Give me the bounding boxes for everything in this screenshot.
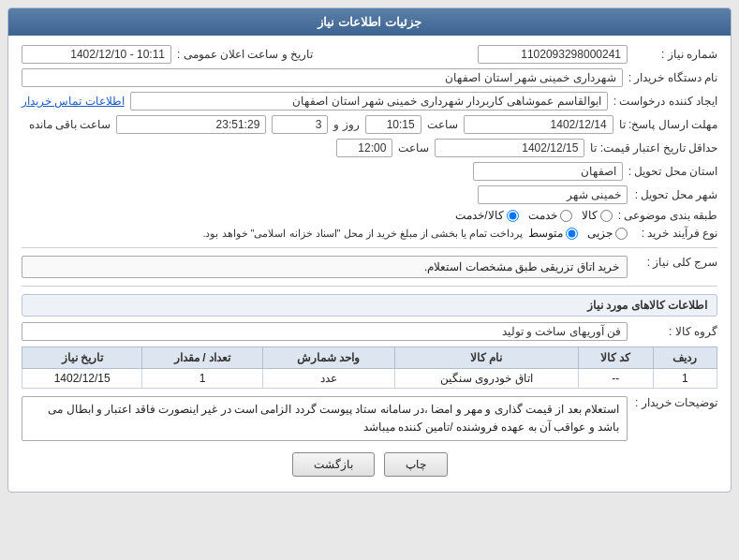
mohlat-saat-label: ساعت (427, 118, 458, 131)
ostan-label: استان محل تحویل : (628, 165, 717, 178)
hadaghal-date-value: 1402/12/15 (522, 141, 578, 155)
shahr-value: خمینی شهر (567, 188, 621, 201)
mohlat-saat-value: 10:15 (387, 118, 415, 131)
ijad-value: ابوالقاسم عموشاهی کاربردار شهرداری خمینی… (292, 95, 600, 108)
tozi-label: توضیحات خریدار : (633, 396, 717, 409)
cell-tarikh: 1402/12/15 (22, 369, 142, 389)
cell-radif: 1 (653, 369, 717, 389)
shahr-label: شهر محل تحویل : (633, 188, 717, 201)
nam-dastgah-value: شهرداری خمینی شهر استان اصفهان (445, 71, 615, 84)
noe-faraind-radio-group: جزیی متوسط (528, 227, 628, 240)
hadaghal-saat-field: 12:00 (336, 139, 392, 157)
kala-table: ردیف کد کالا نام کالا واحد شمارش تعداد /… (22, 346, 717, 389)
mohlat-date-field: 1402/12/14 (464, 115, 613, 134)
ostan-field: اصفهان (473, 162, 623, 181)
back-button[interactable]: بازگشت (292, 452, 375, 477)
ijad-label: ایجاد کننده درخواست : (613, 95, 717, 108)
radio-kala[interactable]: کالا (582, 209, 613, 222)
print-button[interactable]: چاپ (384, 452, 448, 477)
col-tarikh: تاریخ نیاز (22, 347, 142, 369)
hadaghal-label: حداقل تاریخ اعتبار قیمت: تا (590, 141, 717, 155)
col-tedad: تعداد / مقدار (142, 347, 262, 369)
col-vahed: واحد شمارش (262, 347, 394, 369)
col-nam: نام کالا (394, 347, 578, 369)
mohlat-roz-field: 3 (272, 115, 328, 134)
button-row: چاپ بازگشت (22, 452, 717, 477)
radio-jozi[interactable]: جزیی (587, 227, 628, 240)
ijad-field: ابوالقاسم عموشاهی کاربردار شهرداری خمینی… (130, 92, 608, 111)
etelaat-link[interactable]: اطلاعات تماس خریدار (22, 95, 125, 108)
mohlat-roz-label: روز و (333, 118, 359, 131)
tozi-value: استعلام بعد از قیمت گذاری و مهر و امضا ،… (48, 403, 619, 434)
tarikh-label: تاریخ و ساعت اعلان عمومی : (177, 48, 313, 61)
mohlat-mande-value: 23:51:29 (216, 118, 260, 131)
ostan-value: اصفهان (581, 165, 616, 178)
noe-faraind-label: نوع فرآیند خرید : (633, 227, 717, 240)
nam-dastgah-field: شهرداری خمینی شهر استان اصفهان (22, 68, 623, 87)
shomare-niaz-label: شماره نیاز : (633, 48, 717, 61)
cell-nam: اتاق خودروی سنگین (394, 369, 578, 389)
radio-motevaset[interactable]: متوسط (528, 227, 578, 240)
nam-dastgah-label: نام دستگاه خریدار : (628, 71, 717, 84)
mohlat-label: مهلت ارسال پاسخ: تا (619, 118, 717, 131)
shahr-field: خمینی شهر (478, 185, 628, 204)
hadaghal-saat-value: 12:00 (358, 141, 386, 155)
tozi-field: استعلام بعد از قیمت گذاری و مهر و امضا ،… (22, 396, 628, 441)
cell-kod: -- (578, 369, 653, 389)
col-radif: ردیف (653, 347, 717, 369)
mohlat-mande-label: ساعت باقی مانده (29, 118, 111, 131)
noe-faraind-note: پرداخت تمام یا بخشی از مبلغ خرید از محل … (202, 228, 523, 240)
shomare-niaz-value: 1102093298000241 (521, 48, 621, 61)
hadaghal-date-field: 1402/12/15 (435, 139, 584, 157)
hadaghal-saat-label: ساعت (398, 141, 429, 155)
group-kala-field: فن آوریهای ساخت و تولید (22, 322, 628, 341)
radio-khadamat[interactable]: خدمت (528, 209, 572, 222)
tarikh-value: 1402/12/10 - 10:11 (70, 48, 165, 61)
mohlat-saat-field: 10:15 (365, 115, 421, 134)
cell-tedad: 1 (142, 369, 262, 389)
tarikh-field: 1402/12/10 - 10:11 (22, 45, 171, 64)
tarigh-label: طبقه بندی موضوعی : (618, 209, 717, 222)
sarj-koli-label: سرج کلی نیاز : (633, 256, 717, 269)
group-kala-value: فن آوریهای ساخت و تولید (502, 325, 621, 338)
sarj-koli-value: خرید اتاق تزریقی طبق مشخصات استعلام. (424, 260, 619, 273)
tarigh-radio-group: کالا خدمت کالا/خدمت (455, 209, 612, 222)
mohlat-roz-value: 3 (316, 118, 322, 131)
section-title: اطلاعات کالاهای مورد نیاز (22, 294, 717, 317)
table-row: 1 -- اتاق خودروی سنگین عدد 1 1402/12/15 (22, 369, 717, 389)
group-kala-label: گروه کالا : (633, 325, 717, 338)
shomare-niaz-field: 1102093298000241 (478, 45, 628, 64)
mohlat-mande-field: 23:51:29 (116, 115, 266, 134)
page-title: جزئیات اطلاعات نیاز (8, 8, 731, 36)
sarj-koli-field: خرید اتاق تزریقی طبق مشخصات استعلام. (22, 256, 628, 278)
radio-kala-khadamat[interactable]: کالا/خدمت (455, 209, 518, 222)
cell-vahed: عدد (262, 369, 394, 389)
col-kod: کد کالا (578, 347, 653, 369)
mohlat-date-value: 1402/12/14 (551, 118, 607, 131)
